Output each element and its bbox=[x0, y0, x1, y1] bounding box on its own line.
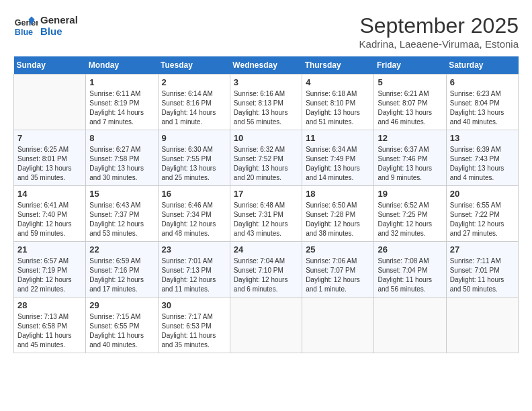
cell-week4-day2: 23Sunrise: 7:01 AMSunset: 7:13 PMDayligh… bbox=[158, 242, 230, 298]
day-info: Sunrise: 7:06 AMSunset: 7:07 PMDaylight:… bbox=[306, 257, 370, 294]
cell-week4-day6: 27Sunrise: 7:11 AMSunset: 7:01 PMDayligh… bbox=[446, 242, 518, 298]
day-number: 30 bbox=[162, 300, 226, 310]
day-info: Sunrise: 6:30 AMSunset: 7:55 PMDaylight:… bbox=[162, 145, 226, 183]
week-row-4: 21Sunrise: 6:57 AMSunset: 7:19 PMDayligh… bbox=[14, 242, 519, 298]
logo-blue: Blue bbox=[40, 26, 78, 37]
day-number: 8 bbox=[89, 133, 154, 143]
cell-week1-day1: 1Sunrise: 6:11 AMSunset: 8:19 PMDaylight… bbox=[86, 75, 158, 130]
day-number: 21 bbox=[17, 244, 82, 255]
svg-text:Blue: Blue bbox=[15, 28, 33, 37]
week-row-3: 14Sunrise: 6:41 AMSunset: 7:40 PMDayligh… bbox=[14, 186, 519, 242]
day-number: 4 bbox=[306, 77, 370, 87]
header-monday: Monday bbox=[86, 56, 158, 75]
day-number: 2 bbox=[162, 77, 226, 87]
logo-icon: General Blue bbox=[13, 13, 38, 38]
cell-week4-day3: 24Sunrise: 7:04 AMSunset: 7:10 PMDayligh… bbox=[230, 242, 302, 298]
day-info: Sunrise: 6:14 AMSunset: 8:16 PMDaylight:… bbox=[162, 89, 226, 127]
day-number: 5 bbox=[378, 77, 442, 87]
day-info: Sunrise: 6:50 AMSunset: 7:28 PMDaylight:… bbox=[306, 201, 370, 238]
day-number: 28 bbox=[17, 300, 82, 310]
day-number: 18 bbox=[306, 189, 370, 199]
cell-week1-day4: 4Sunrise: 6:18 AMSunset: 8:10 PMDaylight… bbox=[302, 75, 374, 130]
day-number: 10 bbox=[234, 133, 298, 143]
day-info: Sunrise: 6:16 AMSunset: 8:13 PMDaylight:… bbox=[234, 89, 298, 127]
cell-week4-day5: 26Sunrise: 7:08 AMSunset: 7:04 PMDayligh… bbox=[374, 242, 446, 298]
day-number: 29 bbox=[89, 300, 154, 310]
day-info: Sunrise: 6:32 AMSunset: 7:52 PMDaylight:… bbox=[234, 145, 298, 183]
day-info: Sunrise: 6:39 AMSunset: 7:43 PMDaylight:… bbox=[450, 145, 515, 183]
cell-week2-day5: 12Sunrise: 6:37 AMSunset: 7:46 PMDayligh… bbox=[374, 130, 446, 186]
cell-week5-day1: 29Sunrise: 7:15 AMSunset: 6:55 PMDayligh… bbox=[86, 298, 158, 353]
cell-week3-day6: 20Sunrise: 6:55 AMSunset: 7:22 PMDayligh… bbox=[446, 186, 518, 242]
day-number: 12 bbox=[378, 133, 442, 143]
calendar-table: Sunday Monday Tuesday Wednesday Thursday… bbox=[13, 56, 519, 353]
day-info: Sunrise: 6:52 AMSunset: 7:25 PMDaylight:… bbox=[378, 201, 442, 238]
location-subtitle: Kadrina, Laeaene-Virumaa, Estonia bbox=[359, 38, 519, 50]
cell-week5-day3 bbox=[230, 298, 302, 353]
day-number: 24 bbox=[234, 244, 298, 255]
logo-general: General bbox=[40, 14, 78, 26]
header-thursday: Thursday bbox=[302, 56, 374, 75]
day-info: Sunrise: 7:01 AMSunset: 7:13 PMDaylight:… bbox=[162, 257, 226, 294]
cell-week4-day4: 25Sunrise: 7:06 AMSunset: 7:07 PMDayligh… bbox=[302, 242, 374, 298]
day-info: Sunrise: 6:55 AMSunset: 7:22 PMDaylight:… bbox=[450, 201, 515, 238]
weekday-header-row: Sunday Monday Tuesday Wednesday Thursday… bbox=[14, 56, 519, 75]
day-number: 11 bbox=[306, 133, 370, 143]
day-info: Sunrise: 7:15 AMSunset: 6:55 PMDaylight:… bbox=[89, 312, 154, 350]
day-number: 20 bbox=[450, 189, 515, 199]
day-info: Sunrise: 6:37 AMSunset: 7:46 PMDaylight:… bbox=[378, 145, 442, 183]
day-info: Sunrise: 7:04 AMSunset: 7:10 PMDaylight:… bbox=[234, 257, 298, 294]
day-number: 23 bbox=[162, 244, 226, 255]
logo: General Blue General Blue bbox=[13, 13, 78, 38]
day-info: Sunrise: 6:46 AMSunset: 7:34 PMDaylight:… bbox=[162, 201, 226, 238]
day-info: Sunrise: 6:25 AMSunset: 8:01 PMDaylight:… bbox=[17, 145, 82, 183]
cell-week3-day1: 15Sunrise: 6:43 AMSunset: 7:37 PMDayligh… bbox=[86, 186, 158, 242]
header-tuesday: Tuesday bbox=[158, 56, 230, 75]
day-number: 1 bbox=[89, 77, 154, 87]
day-info: Sunrise: 6:41 AMSunset: 7:40 PMDaylight:… bbox=[17, 201, 82, 238]
header-friday: Friday bbox=[374, 56, 446, 75]
cell-week2-day6: 13Sunrise: 6:39 AMSunset: 7:43 PMDayligh… bbox=[446, 130, 518, 186]
day-number: 25 bbox=[306, 244, 370, 255]
week-row-1: 1Sunrise: 6:11 AMSunset: 8:19 PMDaylight… bbox=[14, 75, 519, 130]
cell-week3-day0: 14Sunrise: 6:41 AMSunset: 7:40 PMDayligh… bbox=[14, 186, 86, 242]
cell-week4-day1: 22Sunrise: 6:59 AMSunset: 7:16 PMDayligh… bbox=[86, 242, 158, 298]
cell-week5-day4 bbox=[302, 298, 374, 353]
cell-week1-day2: 2Sunrise: 6:14 AMSunset: 8:16 PMDaylight… bbox=[158, 75, 230, 130]
day-number: 26 bbox=[378, 244, 442, 255]
cell-week2-day3: 10Sunrise: 6:32 AMSunset: 7:52 PMDayligh… bbox=[230, 130, 302, 186]
cell-week5-day2: 30Sunrise: 7:17 AMSunset: 6:53 PMDayligh… bbox=[158, 298, 230, 353]
day-info: Sunrise: 6:34 AMSunset: 7:49 PMDaylight:… bbox=[306, 145, 370, 183]
day-info: Sunrise: 6:57 AMSunset: 7:19 PMDaylight:… bbox=[17, 257, 82, 294]
day-info: Sunrise: 6:43 AMSunset: 7:37 PMDaylight:… bbox=[89, 201, 154, 238]
cell-week5-day6 bbox=[446, 298, 518, 353]
day-info: Sunrise: 6:21 AMSunset: 8:07 PMDaylight:… bbox=[378, 89, 442, 127]
day-info: Sunrise: 7:13 AMSunset: 6:58 PMDaylight:… bbox=[17, 312, 82, 350]
day-number: 17 bbox=[234, 189, 298, 199]
day-number: 16 bbox=[162, 189, 226, 199]
day-number: 15 bbox=[89, 189, 154, 199]
day-number: 3 bbox=[234, 77, 298, 87]
cell-week5-day5 bbox=[374, 298, 446, 353]
cell-week1-day6: 6Sunrise: 6:23 AMSunset: 8:04 PMDaylight… bbox=[446, 75, 518, 130]
day-info: Sunrise: 6:59 AMSunset: 7:16 PMDaylight:… bbox=[89, 257, 154, 294]
day-info: Sunrise: 7:17 AMSunset: 6:53 PMDaylight:… bbox=[162, 312, 226, 350]
day-number: 13 bbox=[450, 133, 515, 143]
day-info: Sunrise: 7:11 AMSunset: 7:01 PMDaylight:… bbox=[450, 257, 515, 294]
cell-week2-day1: 8Sunrise: 6:27 AMSunset: 7:58 PMDaylight… bbox=[86, 130, 158, 186]
day-number: 14 bbox=[17, 189, 82, 199]
cell-week2-day4: 11Sunrise: 6:34 AMSunset: 7:49 PMDayligh… bbox=[302, 130, 374, 186]
day-info: Sunrise: 7:08 AMSunset: 7:04 PMDaylight:… bbox=[378, 257, 442, 294]
cell-week1-day3: 3Sunrise: 6:16 AMSunset: 8:13 PMDaylight… bbox=[230, 75, 302, 130]
week-row-2: 7Sunrise: 6:25 AMSunset: 8:01 PMDaylight… bbox=[14, 130, 519, 186]
day-info: Sunrise: 6:11 AMSunset: 8:19 PMDaylight:… bbox=[89, 89, 154, 127]
cell-week3-day3: 17Sunrise: 6:48 AMSunset: 7:31 PMDayligh… bbox=[230, 186, 302, 242]
day-info: Sunrise: 6:48 AMSunset: 7:31 PMDaylight:… bbox=[234, 201, 298, 238]
day-info: Sunrise: 6:18 AMSunset: 8:10 PMDaylight:… bbox=[306, 89, 370, 127]
day-number: 7 bbox=[17, 133, 82, 143]
header: General Blue General Blue September 2025… bbox=[13, 13, 519, 50]
week-row-5: 28Sunrise: 7:13 AMSunset: 6:58 PMDayligh… bbox=[14, 298, 519, 353]
day-number: 6 bbox=[450, 77, 515, 87]
day-info: Sunrise: 6:23 AMSunset: 8:04 PMDaylight:… bbox=[450, 89, 515, 127]
cell-week3-day2: 16Sunrise: 6:46 AMSunset: 7:34 PMDayligh… bbox=[158, 186, 230, 242]
